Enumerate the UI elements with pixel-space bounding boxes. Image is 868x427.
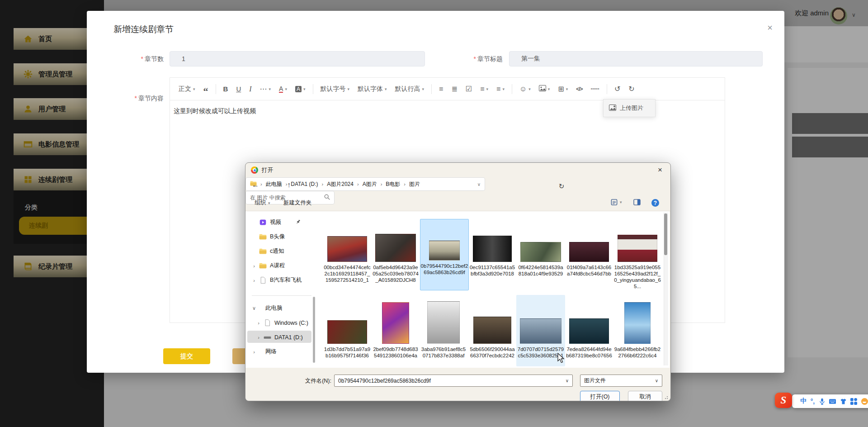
combo-caret-icon[interactable]: ∨ — [655, 378, 658, 383]
help-button[interactable]: ? — [651, 199, 659, 207]
undo-button[interactable]: ↺ — [610, 82, 624, 96]
file-item-selected[interactable]: 0b79544790c12bef269ac5863b26cd9f — [420, 219, 469, 290]
combo-caret-icon[interactable]: ∨ — [566, 378, 569, 383]
code-button[interactable]: </> — [572, 82, 586, 96]
tree-item-folder-b[interactable]: B头像 — [249, 231, 317, 243]
file-item[interactable]: 2bef09db7748d683549123860106e4a — [372, 297, 419, 359]
tree-item-folder-a[interactable]: › A课程 — [249, 260, 317, 272]
file-item[interactable]: 1d3b7dd7b51a97a9b16b9575f7146f36 — [324, 297, 371, 359]
breadcrumb-drive[interactable]: DATA1 (D:) — [291, 181, 318, 187]
numbered-list-button[interactable]: ≣ — [447, 82, 461, 96]
filename-input[interactable]: 0b79544790c12bef269ac5863b26cd9f ∨ — [334, 375, 573, 387]
chevron-right-icon[interactable]: › — [254, 320, 264, 326]
bold-button[interactable]: B — [219, 82, 232, 96]
file-item[interactable]: 5db6506f290044aa66370f7ecbdc2242 — [469, 297, 516, 359]
italic-button[interactable]: I — [245, 82, 255, 96]
dialog-cancel-button[interactable]: 取消 — [628, 391, 662, 401]
tree-scrollbar[interactable] — [313, 297, 315, 363]
chevron-right-icon[interactable]: › — [254, 335, 264, 340]
organize-button[interactable]: 组织▾ — [255, 199, 270, 207]
line-height-button[interactable]: 默认行高▾ — [391, 82, 429, 96]
new-folder-button[interactable]: 新建文件夹 — [283, 199, 312, 207]
align-button[interactable]: ≡▾ — [476, 82, 492, 96]
file-item[interactable]: 3aba976b91aef8c50717b837e3388af — [420, 297, 467, 359]
breadcrumb-folder[interactable]: A图片 — [363, 180, 377, 188]
up-icon[interactable]: ↑ — [287, 181, 291, 189]
tree-item-network[interactable]: › 网络 — [249, 346, 317, 358]
emoji-button[interactable]: ☺▾ — [515, 82, 535, 96]
punctuation-icon[interactable]: °‚ — [811, 398, 815, 405]
upload-image-menu-item[interactable]: 上传图片 — [603, 99, 656, 117]
chevron-down-icon[interactable]: ∨ — [249, 305, 259, 311]
breadcrumb-folder[interactable]: B电影 — [386, 180, 400, 188]
tree-item-this-pc[interactable]: ∨ 此电脑 — [249, 302, 317, 314]
file-item[interactable]: 1bd33525a919e05516525e439ad2f12f_0_yingy… — [614, 221, 661, 289]
image-button[interactable]: ▾ — [535, 82, 554, 96]
forward-icon[interactable]: → — [265, 181, 273, 189]
filetype-select[interactable]: 图片文件 ∨ — [580, 375, 662, 387]
file-item[interactable]: 0af5eb4d96423a9e05a25c039eb78074_A015892… — [372, 221, 419, 283]
underline-button[interactable]: U — [232, 82, 245, 96]
font-family-button[interactable]: 默认字体▾ — [354, 82, 391, 96]
file-thumbnail — [375, 234, 416, 262]
refresh-icon[interactable]: ↻ — [555, 180, 568, 193]
table-button[interactable]: ⊞▾ — [554, 82, 572, 96]
tree-item-windows-c[interactable]: › Windows (C:) — [254, 317, 321, 329]
file-item[interactable]: 00bcd347e4474cefc2c1b16929118457_1595272… — [324, 221, 371, 283]
file-item[interactable]: 0f64224e5814539a818a01c4f9e93529 — [517, 221, 564, 277]
dialog-close-icon[interactable]: × — [650, 163, 670, 177]
file-item[interactable]: 0ec91137c65541a5bfbf3a3d920e7018 — [469, 221, 516, 277]
breadcrumb-folder[interactable]: A图片2024 — [327, 180, 354, 188]
chapter-count-input[interactable]: 1 — [170, 51, 425, 66]
back-icon[interactable]: ← — [252, 181, 259, 189]
file-item[interactable]: 9a684fbebb4266fb22766b6f222c6c4 — [614, 297, 661, 359]
address-bar[interactable]: › 此电脑 › DATA1 (D:) › A图片2024 › A图片 › B电影… — [245, 177, 485, 191]
tree-item-folder-c[interactable]: c通知 — [249, 245, 317, 257]
indent-button[interactable]: ≡▾ — [492, 82, 509, 96]
divider-button[interactable]: ╌╌ — [587, 82, 604, 96]
font-size-button[interactable]: 默认字号▾ — [316, 82, 354, 96]
address-dropdown-icon[interactable]: ∨ — [477, 182, 481, 187]
tree-item-cars[interactable]: › B汽车和飞机 — [249, 274, 317, 286]
required-mark: * — [474, 55, 476, 62]
chevron-right-icon[interactable]: › — [249, 263, 259, 269]
tree-item-data1-d[interactable]: › DATA1 (D:) — [254, 331, 321, 343]
more-styles-button[interactable]: ⋯▾ — [256, 82, 275, 96]
dialog-titlebar[interactable]: 打开 — [245, 163, 670, 177]
chinese-mode-icon[interactable]: 中 — [800, 397, 807, 405]
recent-locations-icon[interactable]: ∨ — [278, 183, 281, 188]
paragraph-style-button[interactable]: 正文▾ — [175, 82, 199, 96]
microphone-icon[interactable] — [819, 398, 826, 405]
blockquote-button[interactable]: “ — [199, 82, 212, 96]
file-thumbnail — [429, 241, 460, 261]
tree-item-videos[interactable]: 视频 — [249, 216, 317, 228]
folder-icon — [259, 262, 267, 269]
submit-button[interactable]: 提交 — [163, 348, 210, 364]
redo-button[interactable]: ↻ — [624, 82, 638, 96]
view-mode-button[interactable]: ▾ — [611, 199, 622, 205]
bullet-list-button[interactable]: ≡ — [435, 82, 447, 96]
resize-grip[interactable] — [665, 395, 669, 399]
open-button[interactable]: 打开(O) — [580, 391, 620, 401]
chevron-right-icon[interactable]: › — [249, 349, 259, 355]
close-icon[interactable]: × — [763, 21, 777, 34]
bg-color-button[interactable]: A▾ — [291, 82, 310, 96]
emoji-panel-icon[interactable] — [861, 398, 868, 405]
chevron-right-icon[interactable]: › — [249, 278, 259, 283]
file-item[interactable]: 01f409a7a6143c66a74fd8cbc546d7bb — [566, 221, 613, 277]
font-color-button[interactable]: A▾ — [275, 82, 291, 96]
code-icon: </> — [576, 86, 582, 92]
file-item[interactable]: 7edea826464fd94eb687319be8c07656 — [566, 297, 613, 359]
keyboard-icon[interactable] — [829, 398, 836, 405]
todo-list-button[interactable]: ☑ — [462, 82, 476, 96]
toolbar-divider — [216, 84, 216, 94]
scrollbar-thumb[interactable] — [664, 214, 667, 255]
sogou-logo[interactable]: S — [775, 393, 792, 408]
preview-pane-button[interactable] — [633, 199, 641, 205]
breadcrumb-current[interactable]: 图片 — [409, 180, 420, 188]
file-thumbnail — [382, 302, 409, 344]
skin-icon[interactable] — [840, 398, 847, 405]
file-name: 2bef09db7748d683549123860106e4a — [372, 346, 419, 359]
toolbox-icon[interactable] — [850, 398, 857, 405]
chapter-title-input[interactable]: 第一集 — [509, 51, 763, 66]
